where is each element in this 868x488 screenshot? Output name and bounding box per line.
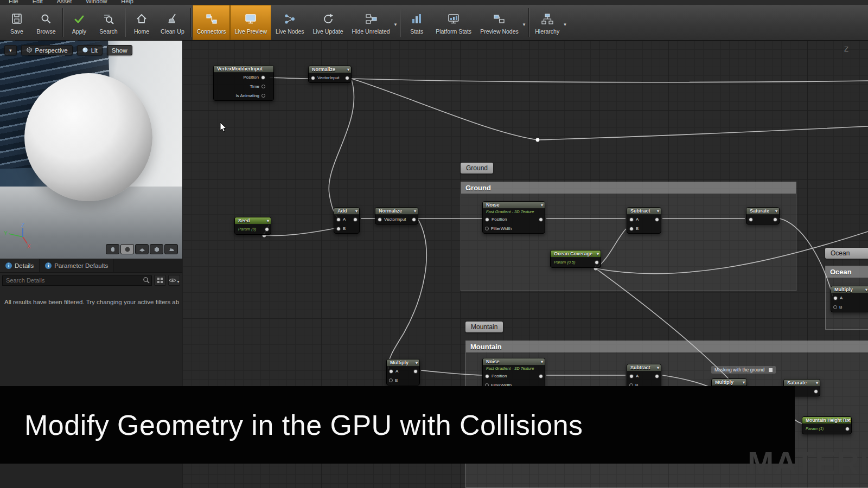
pin-a[interactable]: [389, 369, 393, 374]
preview-nodes-button[interactable]: Preview Nodes: [476, 5, 523, 40]
perspective-button[interactable]: Perspective: [21, 45, 73, 55]
pin-a[interactable]: [833, 296, 838, 300]
comment-header-mountain[interactable]: Mountain: [466, 341, 868, 352]
node-title[interactable]: Normalize: [375, 208, 418, 215]
hierarchy-dropdown-icon[interactable]: [564, 5, 568, 40]
pin-is-animating-output[interactable]: [261, 94, 265, 98]
menu-window[interactable]: Window: [86, 0, 107, 4]
preview-nodes-dropdown-icon[interactable]: [523, 5, 527, 40]
property-matrix-button[interactable]: [154, 275, 166, 286]
node-title[interactable]: VertexModifierInput: [214, 66, 273, 73]
pin-output[interactable]: [655, 374, 659, 378]
node-title[interactable]: Noise: [483, 358, 545, 365]
custom-mesh-preview-button[interactable]: [164, 244, 178, 254]
view-options-button[interactable]: [168, 275, 180, 286]
home-button[interactable]: Home: [127, 5, 156, 40]
node-seed[interactable]: Seed Param (0): [234, 217, 271, 235]
node-title[interactable]: Subtract: [627, 208, 661, 215]
pin-vectorinput[interactable]: [378, 217, 382, 222]
menu-file[interactable]: File: [9, 0, 18, 4]
cylinder-preview-button[interactable]: [106, 244, 119, 254]
pin-time-output[interactable]: [261, 85, 265, 88]
save-button[interactable]: Save: [2, 5, 31, 40]
pin-b[interactable]: [629, 227, 634, 231]
chevron-down-icon[interactable]: [657, 208, 659, 215]
node-subtract-ground[interactable]: Subtract A B: [627, 207, 661, 234]
pin-output[interactable]: [814, 389, 818, 394]
hide-unrelated-dropdown-icon[interactable]: [394, 5, 399, 40]
pin-b[interactable]: [336, 227, 341, 231]
chevron-down-icon[interactable]: [597, 251, 599, 258]
pin-output[interactable]: [845, 427, 850, 431]
chevron-down-icon[interactable]: [816, 380, 818, 387]
node-title[interactable]: Saturate: [746, 208, 779, 215]
pin-vectorinput[interactable]: [311, 76, 315, 80]
comment-bubble-ground[interactable]: Ground: [461, 163, 493, 174]
browse-button[interactable]: Browse: [31, 5, 61, 40]
pin-filterwidth[interactable]: [485, 227, 489, 230]
node-multiply-mountain[interactable]: Multiply A B: [386, 359, 420, 386]
pin-position-output[interactable]: [261, 75, 265, 80]
chevron-down-icon[interactable]: [541, 202, 543, 209]
viewport-options-button[interactable]: [4, 45, 17, 55]
hierarchy-button[interactable]: Hierarchy: [531, 5, 564, 40]
node-title[interactable]: Ocean Coverage: [551, 251, 601, 258]
show-button[interactable]: Show: [107, 45, 132, 55]
menu-help[interactable]: Help: [121, 0, 133, 4]
node-mountain-height-ratio[interactable]: Mountain Height Rat Param (1): [802, 416, 852, 434]
pin-output[interactable]: [353, 217, 358, 222]
node-title[interactable]: Seed: [235, 217, 271, 224]
chevron-down-icon[interactable]: [355, 208, 358, 215]
note-resize-handle[interactable]: [769, 368, 773, 372]
pin-output[interactable]: [539, 374, 543, 378]
chevron-down-icon[interactable]: [775, 208, 777, 215]
hide-unrelated-button[interactable]: Hide Unrelated: [348, 5, 394, 40]
pin-b[interactable]: [833, 305, 837, 309]
chevron-down-icon[interactable]: [865, 286, 867, 293]
node-noise-mountain[interactable]: Noise Fast Gradient - 3D Texture Positio…: [482, 358, 545, 390]
node-title[interactable]: Normalize: [309, 66, 351, 73]
stats-button[interactable]: Stats: [402, 5, 431, 40]
chevron-down-icon[interactable]: [267, 217, 269, 224]
apply-button[interactable]: Apply: [65, 5, 94, 40]
node-title[interactable]: Mountain Height Rat: [802, 417, 851, 424]
pin-b[interactable]: [389, 378, 393, 382]
menu-asset[interactable]: Asset: [57, 0, 72, 4]
cube-preview-button[interactable]: [150, 244, 163, 254]
comment-bubble-mountain[interactable]: Mountain: [465, 322, 503, 332]
node-title[interactable]: Subtract: [627, 364, 661, 371]
chevron-down-icon[interactable]: [347, 66, 349, 73]
comment-bubble-ocean[interactable]: Ocean: [825, 248, 868, 259]
lit-button[interactable]: Lit: [77, 45, 103, 55]
pin-output[interactable]: [413, 369, 418, 374]
node-title[interactable]: Noise: [483, 202, 545, 209]
node-noise-ground[interactable]: Noise Fast Gradient - 3D Texture Positio…: [482, 201, 545, 234]
platform-stats-button[interactable]: Platform Stats: [431, 5, 476, 40]
search-button[interactable]: Search: [94, 5, 123, 40]
node-vertex-modifier-input[interactable]: VertexModifierInput Position Time Is Ani…: [213, 65, 274, 101]
comment-header-ocean[interactable]: Ocean: [826, 266, 868, 278]
pin-a[interactable]: [336, 217, 341, 222]
comment-note-masking[interactable]: Masking with the ground: [711, 366, 776, 374]
node-title[interactable]: Multiply: [831, 286, 868, 293]
node-multiply-ocean[interactable]: Multiply A B: [831, 286, 868, 312]
live-update-button[interactable]: Live Update: [309, 5, 348, 40]
pin-output[interactable]: [412, 217, 416, 222]
node-normalize-2[interactable]: Normalize VectorInput: [375, 207, 418, 224]
pin-output[interactable]: [773, 217, 777, 222]
pin-output[interactable]: [595, 260, 599, 265]
tab-parameter-defaults[interactable]: Parameter Defaults: [40, 259, 114, 272]
node-normalize-1[interactable]: Normalize VectorInput: [308, 66, 352, 83]
clean-up-button[interactable]: Clean Up: [156, 5, 189, 40]
pin-output[interactable]: [655, 217, 659, 222]
connectors-button[interactable]: Connectors: [193, 5, 231, 40]
pin-position[interactable]: [485, 217, 489, 222]
plane-preview-button[interactable]: [135, 244, 149, 254]
chevron-down-icon[interactable]: [414, 208, 416, 215]
preview-viewport[interactable]: Perspective Lit Show Z Y X: [0, 41, 182, 259]
search-details-input[interactable]: [2, 275, 152, 286]
chevron-down-icon[interactable]: [541, 358, 543, 365]
tab-details[interactable]: Details: [0, 259, 40, 272]
node-add[interactable]: Add A B: [334, 207, 360, 234]
pin-a[interactable]: [629, 374, 634, 378]
